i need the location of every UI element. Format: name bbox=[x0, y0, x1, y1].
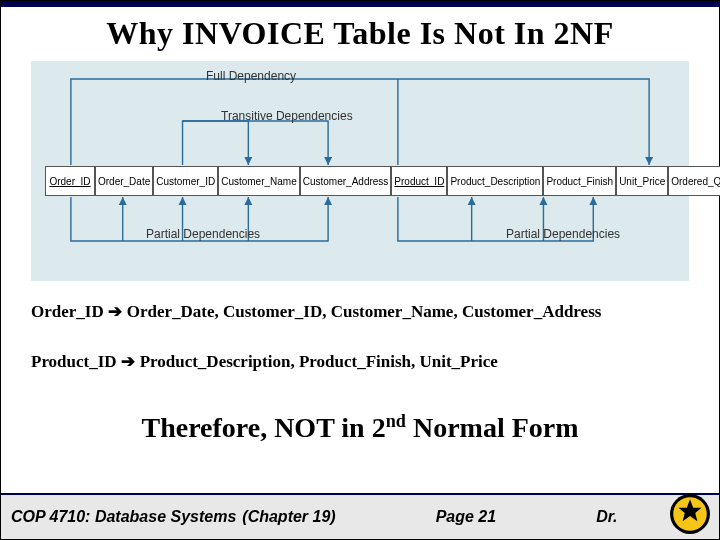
dependency-line-1: Order_ID ➔ Order_Date, Customer_ID, Cust… bbox=[31, 301, 689, 322]
attribute-cell: Product_Description bbox=[447, 166, 543, 196]
conclusion-sup: nd bbox=[386, 411, 406, 431]
dep1-left: Order_ID bbox=[31, 302, 104, 321]
partial-dependency-label-right: Partial Dependencies bbox=[506, 227, 620, 241]
attribute-cell: Product_ID bbox=[391, 166, 447, 196]
transitive-dependency-label: Transitive Dependencies bbox=[221, 109, 353, 123]
attribute-cell: Customer_ID bbox=[153, 166, 218, 196]
arrow-icon: ➔ bbox=[108, 302, 127, 321]
attribute-cell: Customer_Address bbox=[300, 166, 392, 196]
attribute-cell: Ordered_Quantity bbox=[668, 166, 720, 196]
conclusion-text: Therefore, NOT in 2nd Normal Form bbox=[1, 411, 719, 444]
footer-author: Dr. bbox=[596, 508, 617, 526]
attribute-cell: Product_Finish bbox=[543, 166, 616, 196]
top-accent-bar bbox=[1, 1, 719, 7]
ucf-logo-icon bbox=[669, 493, 711, 535]
slide: Why INVOICE Table Is Not In 2NF bbox=[0, 0, 720, 540]
footer-course: COP 4710: Database Systems bbox=[11, 508, 236, 526]
footer-page: Page 21 bbox=[436, 508, 496, 526]
full-dependency-label: Full Dependency bbox=[206, 69, 296, 83]
partial-dependency-label-left: Partial Dependencies bbox=[146, 227, 260, 241]
attribute-row: Order_IDOrder_DateCustomer_IDCustomer_Na… bbox=[45, 166, 675, 196]
slide-title: Why INVOICE Table Is Not In 2NF bbox=[1, 15, 719, 52]
dependency-line-2: Product_ID ➔ Product_Description, Produc… bbox=[31, 351, 689, 372]
dep2-right: Product_Description, Product_Finish, Uni… bbox=[140, 352, 498, 371]
conclusion-post: Normal Form bbox=[406, 412, 579, 443]
conclusion-pre: Therefore, NOT in 2 bbox=[141, 412, 385, 443]
attribute-cell: Unit_Price bbox=[616, 166, 668, 196]
dep2-left: Product_ID bbox=[31, 352, 117, 371]
attribute-cell: Order_ID bbox=[45, 166, 95, 196]
arrow-icon: ➔ bbox=[121, 352, 140, 371]
attribute-cell: Customer_Name bbox=[218, 166, 300, 196]
slide-footer: COP 4710: Database Systems (Chapter 19) … bbox=[1, 493, 719, 539]
dep1-right: Order_Date, Customer_ID, Customer_Name, … bbox=[127, 302, 602, 321]
footer-chapter: (Chapter 19) bbox=[242, 508, 335, 526]
attribute-cell: Order_Date bbox=[95, 166, 153, 196]
